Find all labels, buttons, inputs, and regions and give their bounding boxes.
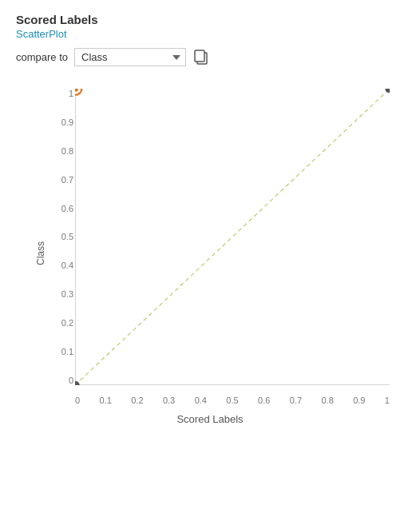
scatter-plot-link[interactable]: ScatterPlot xyxy=(16,28,67,40)
x-tick: 0.6 xyxy=(258,396,270,405)
y-tick: 0.8 xyxy=(61,146,73,156)
y-tick: 0.7 xyxy=(61,175,73,185)
x-tick: 0.7 xyxy=(290,396,302,405)
y-tick: 1 xyxy=(69,89,73,98)
x-axis-label: Scored Labels xyxy=(22,413,398,425)
y-tick: 0.4 xyxy=(61,260,73,270)
y-tick: 0.2 xyxy=(61,318,73,328)
y-tick: 0.5 xyxy=(61,232,73,241)
compare-select[interactable]: Class xyxy=(74,48,186,66)
svg-line-4 xyxy=(75,89,390,385)
y-tick: 0 xyxy=(69,376,73,385)
x-tick: 1 xyxy=(385,396,390,405)
x-tick: 0.8 xyxy=(321,396,333,405)
y-tick: 0.6 xyxy=(61,204,73,213)
y-tick: 0.9 xyxy=(61,117,73,127)
x-tick: 0.2 xyxy=(131,396,143,405)
svg-rect-1 xyxy=(195,50,204,62)
x-tick: 0.5 xyxy=(226,396,238,405)
x-tick: 0.3 xyxy=(163,396,175,405)
scatter-plot-svg xyxy=(75,89,390,385)
compare-label: compare to xyxy=(16,51,68,63)
x-tick: 0.4 xyxy=(195,396,207,405)
y-tick: 0.1 xyxy=(61,347,73,356)
x-tick: 0 xyxy=(75,396,80,405)
x-tick: 0.9 xyxy=(353,396,365,405)
header-title: Scored Labels xyxy=(16,13,404,26)
y-tick: 0.3 xyxy=(61,289,73,299)
x-tick: 0.1 xyxy=(100,396,112,405)
copy-icon[interactable] xyxy=(192,49,210,66)
